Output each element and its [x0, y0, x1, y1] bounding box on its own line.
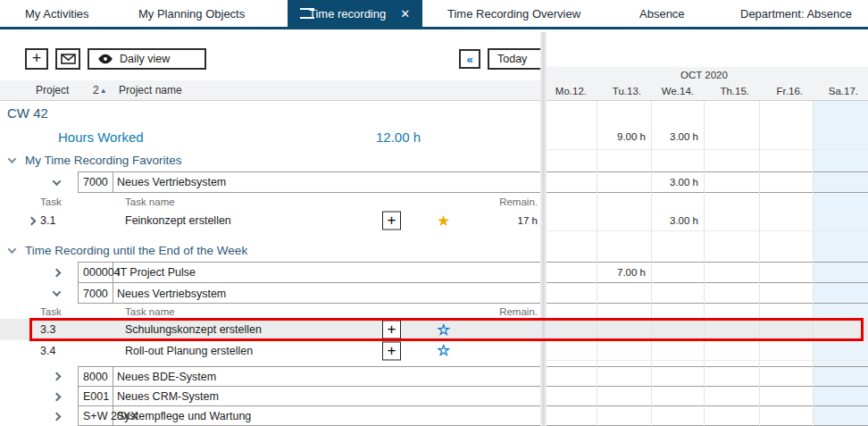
hours-cell-we[interactable]: 3.00 h [651, 171, 702, 193]
tab-label: Department: Absence [740, 7, 852, 21]
grid-row-line [547, 230, 868, 231]
tab-my-activities[interactable]: My Activities [25, 0, 89, 27]
week-section-header[interactable]: Time Recording until the End of the Week [0, 239, 868, 262]
project-code: 8000 [83, 366, 108, 387]
tab-time-recording[interactable]: Time recording ✕ [288, 0, 422, 27]
project-row-sw20xx[interactable]: S+W 20XX Systempflege und Wartung [0, 406, 868, 426]
day-header-we[interactable]: We.14. [651, 86, 704, 96]
day-header-tu[interactable]: Tu.13. [597, 86, 651, 96]
eye-icon [97, 54, 113, 64]
previous-period-button[interactable]: « [459, 49, 480, 69]
create-button[interactable]: + [25, 48, 48, 70]
chevron-left-icon: « [466, 53, 472, 66]
column-divider [113, 172, 113, 192]
column-remaining: Remain. [499, 304, 538, 319]
week-label: CW 42 [7, 101, 48, 124]
tab-time-recording-overview[interactable]: Time Recording Overview [447, 0, 580, 27]
time-recording-app: My Activities My Planning Objects Time r… [0, 0, 868, 426]
month-label: OCT 2020 [540, 70, 868, 80]
expand-project-icon[interactable] [53, 392, 62, 401]
plus-icon: + [388, 342, 396, 357]
column-task-name: Task name [125, 193, 175, 211]
project-row-8000[interactable]: 8000 Neues BDE-System [0, 366, 868, 387]
collapse-section-icon[interactable] [8, 245, 17, 254]
task-row-3-4[interactable]: 3.4 Roll-out Planung erstellen + ☆ [0, 340, 868, 361]
collapse-section-icon[interactable] [8, 155, 17, 163]
remaining-hours: 17 h [518, 211, 538, 230]
day-header-sa[interactable]: Sa.17. [813, 86, 868, 96]
hours-cell-we[interactable]: 3.00 h [651, 211, 702, 230]
project-row-box [78, 262, 868, 283]
tab-label: Absence [639, 7, 685, 21]
calendar-header: OCT 2020 Mo.12. Tu.13. We.14. Th.15. Fr.… [540, 67, 868, 101]
project-name: Neues Vertriebsystem [117, 171, 226, 193]
task-id: 3.3 [40, 319, 55, 340]
add-time-entry-button[interactable]: + [382, 321, 401, 339]
project-row-e001[interactable]: E001 Neues CRM-System [0, 387, 868, 406]
hours-cell-tu[interactable]: 7.00 h [597, 262, 649, 283]
plus-icon: + [388, 213, 396, 228]
collapse-project-icon[interactable] [53, 288, 62, 297]
add-time-entry-button[interactable]: + [382, 341, 401, 360]
column-remaining: Remain. [499, 193, 538, 211]
week-row: CW 42 [0, 101, 868, 124]
hours-cell-tu[interactable]: 9.00 h [597, 124, 649, 149]
hours-cell-we[interactable]: 3.00 h [651, 124, 702, 149]
tab-label: Time Recording Overview [447, 7, 580, 21]
tab-department-absence[interactable]: Department: Absence [740, 0, 852, 27]
column-task: Task [40, 304, 62, 319]
column-divider [113, 387, 113, 405]
project-row-7000-favorites[interactable]: 7000 Neues Vertriebsystem 3.00 h [0, 171, 868, 193]
column-project-name[interactable]: Project name [119, 80, 182, 100]
task-name: Roll-out Planung erstellen [125, 340, 253, 361]
task-name: Schulungskonzept erstellen [125, 319, 262, 340]
table-header: Project 2▲ Project name [0, 80, 540, 101]
column-task: Task [40, 193, 62, 211]
day-header-th[interactable]: Th.15. [704, 86, 759, 96]
plus-icon: + [32, 50, 42, 66]
column-task-name: Task name [125, 304, 175, 319]
tab-absence[interactable]: Absence [639, 0, 685, 27]
sort-indicator[interactable]: 2▲ [93, 80, 107, 100]
add-time-entry-button[interactable]: + [382, 212, 401, 230]
plus-icon: + [388, 322, 396, 337]
task-header-row: Task Task name Remain. [0, 193, 868, 211]
expand-project-icon[interactable] [53, 412, 62, 421]
hours-worked-label: Hours Worked [58, 124, 144, 149]
favorite-star-outline-icon[interactable]: ☆ [437, 340, 450, 361]
task-id: 3.4 [40, 340, 55, 361]
grid-row-line [547, 360, 868, 361]
collapse-project-icon[interactable] [53, 177, 62, 186]
task-header-row: Task Task name Remain. [0, 304, 868, 319]
day-header-fr[interactable]: Fr.16. [759, 86, 813, 96]
favorites-section-header[interactable]: My Time Recording Favorites [0, 149, 868, 171]
project-row-7000[interactable]: 7000 Neues Vertriebsystem [0, 283, 868, 304]
column-project[interactable]: Project [36, 80, 69, 100]
tab-my-planning-objects[interactable]: My Planning Objects [138, 0, 245, 27]
grid-row-line [547, 149, 868, 150]
favorite-star-icon[interactable]: ★ [437, 211, 450, 230]
tab-label: My Activities [25, 7, 89, 21]
today-label: Today [497, 53, 527, 65]
close-icon[interactable]: ✕ [400, 7, 410, 21]
project-name: Systempflege und Wartung [117, 406, 251, 426]
task-row-3-3-selected[interactable]: 3.3 Schulungskonzept erstellen + ☆ [0, 319, 868, 340]
project-code: 7000 [83, 283, 108, 304]
favorite-star-outline-icon[interactable]: ☆ [437, 319, 450, 340]
daily-view-button[interactable]: Daily view [88, 48, 206, 70]
task-row-3-1[interactable]: 3.1 Feinkonzept erstellen + ★ 17 h 3.00 … [0, 211, 868, 230]
project-row-000004[interactable]: 000004 IT Project Pulse 7.00 h [0, 262, 868, 283]
column-divider [113, 367, 113, 386]
today-button[interactable]: Today [488, 48, 542, 70]
section-title: My Time Recording Favorites [25, 149, 182, 171]
sort-value: 2 [93, 84, 99, 96]
project-name: IT Project Pulse [117, 262, 196, 283]
sort-ascending-icon: ▲ [100, 87, 107, 95]
expand-task-icon[interactable] [28, 216, 37, 225]
expand-project-icon[interactable] [53, 372, 62, 381]
pane-splitter[interactable] [540, 32, 547, 426]
task-id: 3.1 [40, 211, 55, 230]
expand-project-icon[interactable] [53, 268, 62, 277]
day-header-mo[interactable]: Mo.12. [547, 86, 597, 96]
mail-button[interactable] [55, 48, 80, 70]
